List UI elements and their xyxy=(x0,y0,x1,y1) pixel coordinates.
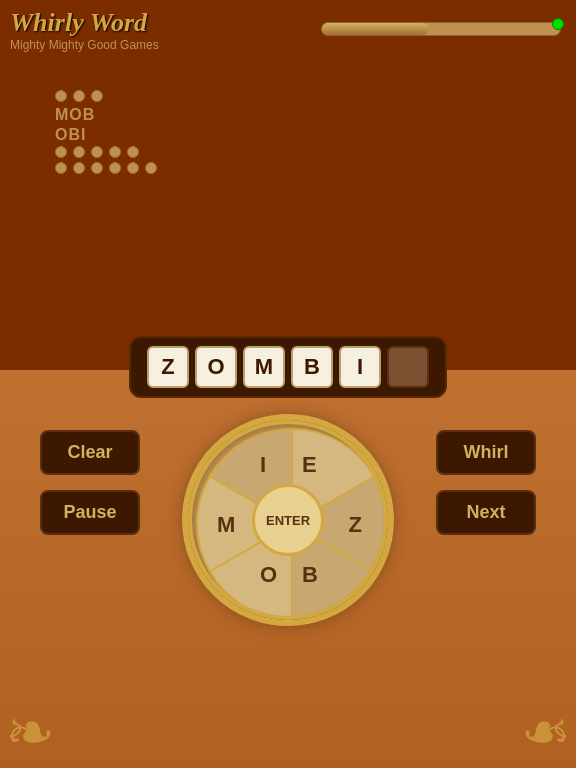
progress-dot xyxy=(552,18,564,30)
progress-bar-container xyxy=(321,22,561,36)
flourish-left: ❧ xyxy=(5,703,55,763)
dot-2 xyxy=(73,90,85,102)
wheel-letter-B[interactable]: B xyxy=(302,562,318,588)
app-header: Whirly Word Mighty Mighty Good Games xyxy=(10,8,159,52)
progress-bar-fill xyxy=(322,23,429,35)
app-subtitle: Mighty Mighty Good Games xyxy=(10,38,159,52)
dot-4 xyxy=(55,146,67,158)
five-letter-dots xyxy=(55,146,157,158)
word-lists: MOB OBI xyxy=(55,90,157,178)
whirl-button[interactable]: Whirl xyxy=(436,430,536,475)
next-button[interactable]: Next xyxy=(436,490,536,535)
flourish-right: ❧ xyxy=(521,703,571,763)
wheel-body[interactable]: I E M Z O B ENTER xyxy=(188,420,388,620)
word-display: Z O M B I xyxy=(129,336,447,398)
letter-tile-2[interactable]: O xyxy=(195,346,237,388)
letter-tile-1[interactable]: Z xyxy=(147,346,189,388)
dot-13 xyxy=(127,162,139,174)
six-letter-dots xyxy=(55,162,157,174)
found-word-mob: MOB xyxy=(55,106,157,124)
wheel-letter-M[interactable]: M xyxy=(217,512,235,538)
dot-9 xyxy=(55,162,67,174)
letter-tile-4[interactable]: B xyxy=(291,346,333,388)
dot-5 xyxy=(73,146,85,158)
letter-tile-3[interactable]: M xyxy=(243,346,285,388)
dot-10 xyxy=(73,162,85,174)
three-letter-dots xyxy=(55,90,157,102)
dot-1 xyxy=(55,90,67,102)
clear-button[interactable]: Clear xyxy=(40,430,140,475)
dot-11 xyxy=(91,162,103,174)
dot-7 xyxy=(109,146,121,158)
app-title: Whirly Word xyxy=(10,8,159,38)
top-section: Whirly Word Mighty Mighty Good Games MOB… xyxy=(0,0,576,370)
pause-button[interactable]: Pause xyxy=(40,490,140,535)
dot-14 xyxy=(145,162,157,174)
wheel-letter-E[interactable]: E xyxy=(302,452,317,478)
letter-wheel[interactable]: I E M Z O B ENTER xyxy=(188,420,388,620)
dot-12 xyxy=(109,162,121,174)
dot-6 xyxy=(91,146,103,158)
bottom-section: Clear Pause Whirl Next xyxy=(0,370,576,768)
dot-3 xyxy=(91,90,103,102)
wheel-letter-I[interactable]: I xyxy=(260,452,266,478)
wheel-letter-Z[interactable]: Z xyxy=(349,512,362,538)
enter-button[interactable]: ENTER xyxy=(252,484,324,556)
found-word-obi: OBI xyxy=(55,126,157,144)
letter-tile-6 xyxy=(387,346,429,388)
dot-8 xyxy=(127,146,139,158)
letter-tile-5[interactable]: I xyxy=(339,346,381,388)
wheel-letter-O[interactable]: O xyxy=(260,562,277,588)
